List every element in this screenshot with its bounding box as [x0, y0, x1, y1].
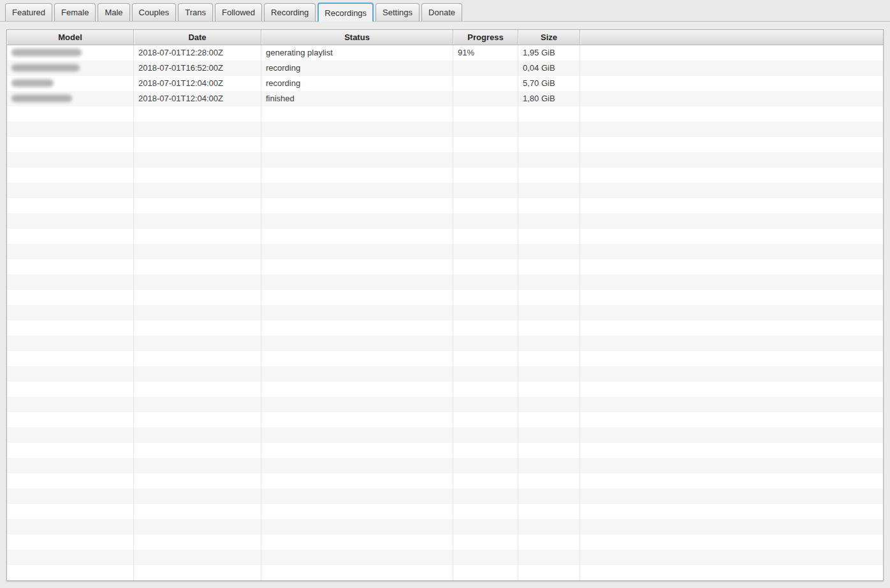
cell-date — [134, 320, 261, 336]
cell-progress — [453, 290, 518, 305]
cell-progress — [453, 183, 518, 198]
cell-status — [261, 412, 453, 427]
table-row[interactable]: 2018-07-01T16:52:00Z recording 0,04 GiB — [7, 61, 883, 76]
table-row-empty[interactable] — [7, 320, 883, 336]
table-row-empty[interactable] — [7, 229, 883, 244]
tab-followed[interactable]: Followed — [215, 3, 262, 21]
table-row-empty[interactable] — [7, 275, 883, 290]
table-row[interactable]: 2018-07-01T12:04:00Z finished 1,80 GiB — [7, 91, 883, 106]
cell-size — [518, 504, 580, 519]
tab-female[interactable]: Female — [54, 3, 96, 21]
cell-filler — [580, 168, 883, 183]
cell-model — [7, 427, 134, 443]
cell-filler — [580, 76, 883, 91]
cell-model — [7, 412, 134, 427]
cell-filler — [580, 534, 883, 550]
table-row-empty[interactable] — [7, 443, 883, 458]
cell-size — [518, 244, 580, 259]
table-row-empty[interactable] — [7, 106, 883, 122]
cell-size — [518, 259, 580, 275]
cell-status — [261, 519, 453, 534]
tab-donate[interactable]: Donate — [421, 3, 462, 21]
table-row[interactable]: 2018-07-01T12:28:00Z generating playlist… — [7, 45, 883, 61]
table-row-empty[interactable] — [7, 565, 883, 580]
column-header-progress[interactable]: Progress — [453, 30, 518, 45]
table-row-empty[interactable] — [7, 550, 883, 565]
cell-filler — [580, 198, 883, 213]
table-row-empty[interactable] — [7, 382, 883, 397]
cell-filler — [580, 458, 883, 473]
cell-date: 2018-07-01T12:04:00Z — [134, 91, 261, 106]
cell-progress: 91% — [453, 45, 518, 61]
cell-size — [518, 351, 580, 366]
cell-model — [7, 76, 134, 91]
tab-recording[interactable]: Recording — [264, 3, 316, 21]
column-header-status[interactable]: Status — [261, 30, 453, 45]
table-row-empty[interactable] — [7, 213, 883, 229]
table-row-empty[interactable] — [7, 504, 883, 519]
cell-filler — [580, 259, 883, 275]
cell-date — [134, 336, 261, 351]
cell-size: 1,80 GiB — [518, 91, 580, 106]
table-row-empty[interactable] — [7, 519, 883, 534]
table-row-empty[interactable] — [7, 366, 883, 382]
cell-status — [261, 397, 453, 412]
table-row-empty[interactable] — [7, 473, 883, 489]
cell-progress — [453, 443, 518, 458]
table-row-empty[interactable] — [7, 489, 883, 504]
cell-size — [518, 550, 580, 565]
table-row-empty[interactable] — [7, 244, 883, 259]
cell-date: 2018-07-01T16:52:00Z — [134, 61, 261, 76]
table-row-empty[interactable] — [7, 168, 883, 183]
table-body: 2018-07-01T12:28:00Z generating playlist… — [7, 45, 883, 580]
table-row-empty[interactable] — [7, 351, 883, 366]
cell-progress — [453, 168, 518, 183]
tab-featured[interactable]: Featured — [5, 3, 52, 21]
table-row-empty[interactable] — [7, 122, 883, 137]
cell-status: recording — [261, 61, 453, 76]
content-pane: ModelDateStatusProgressSize 2018-07-01T1… — [0, 22, 890, 581]
cell-filler — [580, 106, 883, 122]
cell-model — [7, 565, 134, 580]
column-header-size[interactable]: Size — [518, 30, 580, 45]
cell-status — [261, 458, 453, 473]
cell-date — [134, 458, 261, 473]
tab-couples[interactable]: Couples — [132, 3, 177, 21]
tab-settings[interactable]: Settings — [376, 3, 419, 21]
table-row-empty[interactable] — [7, 336, 883, 351]
table-row-empty[interactable] — [7, 427, 883, 443]
cell-date — [134, 259, 261, 275]
cell-progress — [453, 320, 518, 336]
cell-filler — [580, 229, 883, 244]
table-row-empty[interactable] — [7, 198, 883, 213]
table-row-empty[interactable] — [7, 534, 883, 550]
table-row-empty[interactable] — [7, 305, 883, 320]
tab-trans[interactable]: Trans — [178, 3, 213, 21]
column-header-fill[interactable] — [580, 30, 883, 45]
table-header-row: ModelDateStatusProgressSize — [7, 30, 883, 45]
table-row-empty[interactable] — [7, 137, 883, 152]
cell-status — [261, 336, 453, 351]
cell-date — [134, 290, 261, 305]
cell-model — [7, 489, 134, 504]
column-header-model[interactable]: Model — [7, 30, 134, 45]
table-row[interactable]: 2018-07-01T12:04:00Z recording 5,70 GiB — [7, 76, 883, 91]
cell-size — [518, 565, 580, 580]
cell-date: 2018-07-01T12:04:00Z — [134, 76, 261, 91]
table-row-empty[interactable] — [7, 183, 883, 198]
table-row-empty[interactable] — [7, 458, 883, 473]
cell-date — [134, 565, 261, 580]
tab-male[interactable]: Male — [98, 3, 129, 21]
cell-model — [7, 397, 134, 412]
cell-status: generating playlist — [261, 45, 453, 61]
table-row-empty[interactable] — [7, 397, 883, 412]
tab-recordings[interactable]: Recordings — [317, 3, 374, 22]
cell-progress — [453, 305, 518, 320]
cell-date — [134, 427, 261, 443]
table-row-empty[interactable] — [7, 412, 883, 427]
table-row-empty[interactable] — [7, 290, 883, 305]
table-row-empty[interactable] — [7, 259, 883, 275]
cell-model — [7, 458, 134, 473]
column-header-date[interactable]: Date — [134, 30, 261, 45]
table-row-empty[interactable] — [7, 152, 883, 168]
